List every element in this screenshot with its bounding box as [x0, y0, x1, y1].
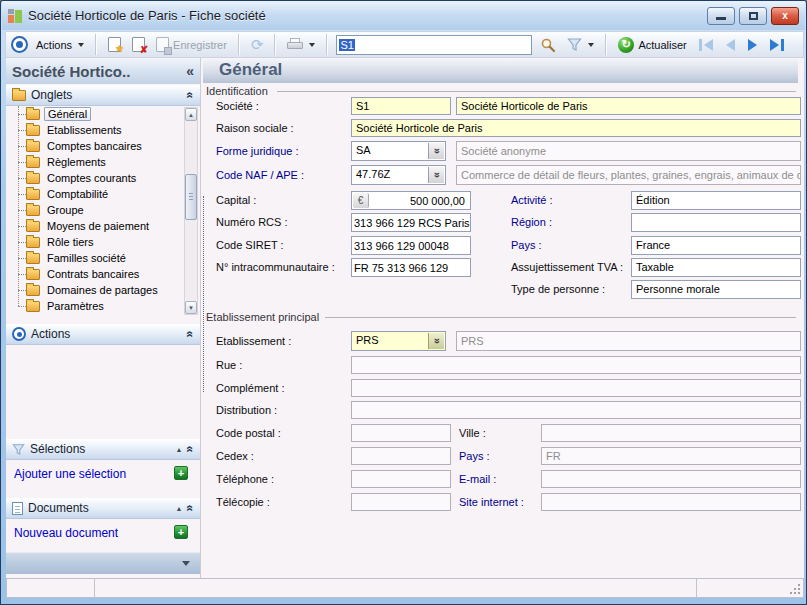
panel-header-selections[interactable]: Sélections ▲ «	[6, 439, 200, 460]
combo-dropdown-button[interactable]: «	[428, 167, 444, 183]
site-internet-label[interactable]: Site internet :	[459, 496, 524, 508]
section-drag-handle[interactable]	[6, 317, 200, 321]
collapse-panel-icon[interactable]: «	[185, 331, 197, 338]
region-field[interactable]	[631, 213, 801, 232]
new-document-plus-button[interactable]: +	[174, 525, 188, 539]
societe-name-field[interactable]: Société Horticole de Paris	[456, 97, 801, 115]
region-label[interactable]: Région :	[511, 216, 552, 228]
activite-field[interactable]: Édition	[631, 191, 801, 210]
tree-item-label: Rôle tiers	[44, 236, 96, 248]
etablissement-combo[interactable]: PRS«	[351, 331, 446, 351]
next-record-button[interactable]	[744, 37, 761, 53]
tree-item[interactable]: Paramètres	[8, 298, 184, 314]
code-naf-combo[interactable]: 47.76Z«	[351, 165, 446, 185]
tree-item[interactable]: Moyens de paiement	[8, 218, 184, 234]
search-button[interactable]	[537, 35, 559, 55]
tva-field[interactable]: Taxable	[631, 258, 801, 277]
folder-icon	[26, 109, 40, 120]
sidebar-bottom-bar[interactable]	[6, 552, 200, 574]
tree-item[interactable]: Etablissements	[8, 122, 184, 138]
maximize-button[interactable]	[739, 7, 767, 25]
tree-item[interactable]: Rôle tiers	[8, 234, 184, 250]
capital-field[interactable]: €500 000,00	[351, 191, 471, 210]
tree-item[interactable]: Comptes courants	[8, 170, 184, 186]
scroll-down-button[interactable]: ▼	[185, 301, 197, 314]
section-drag-handle[interactable]	[6, 432, 200, 436]
first-record-button[interactable]	[695, 37, 717, 53]
email-label[interactable]: E-mail :	[459, 473, 496, 485]
code-naf-label[interactable]: Code NAF / APE :	[216, 169, 304, 181]
forme-juridique-combo[interactable]: SA«	[351, 141, 446, 161]
code-siret-label: Code SIRET :	[216, 239, 284, 251]
actualiser-button[interactable]: ↻ Actualiser	[615, 35, 689, 55]
tree-item[interactable]: Comptabilité	[8, 186, 184, 202]
delete-record-button[interactable]: ✘	[129, 35, 148, 54]
collapse-sidebar-button[interactable]: «	[186, 64, 194, 78]
splitter-handle[interactable]	[203, 196, 204, 392]
rue-field[interactable]	[351, 356, 801, 374]
panel-header-actions[interactable]: Actions «	[6, 324, 200, 345]
combo-dropdown-button[interactable]: «	[428, 333, 444, 349]
tree-item[interactable]: Groupe	[8, 202, 184, 218]
raison-sociale-field[interactable]: Société Horticole de Paris	[351, 119, 801, 137]
new-record-button[interactable]: ★	[105, 35, 124, 54]
add-selection-plus-button[interactable]: +	[174, 466, 188, 480]
cedex-field[interactable]	[351, 447, 451, 465]
save-button[interactable]: Enregistrer	[153, 35, 230, 54]
numero-rcs-field[interactable]: 313 966 129 RCS Paris	[351, 213, 471, 232]
email-field[interactable]	[541, 470, 801, 488]
collapse-up-icon[interactable]: ▲	[175, 505, 182, 512]
filter-button[interactable]	[564, 35, 597, 54]
scroll-up-button[interactable]: ▲	[185, 108, 197, 121]
collapse-panel-icon[interactable]: «	[185, 92, 197, 99]
tree-item[interactable]: Général	[8, 106, 184, 122]
search-icon	[540, 37, 556, 53]
resize-grip[interactable]	[789, 583, 801, 595]
intracommunautaire-field[interactable]: FR 75 313 966 129	[351, 258, 471, 277]
ville-field[interactable]	[541, 424, 801, 442]
activite-label[interactable]: Activité :	[511, 194, 553, 206]
toolbar-separator	[326, 34, 328, 55]
collapse-panel-icon[interactable]: «	[185, 505, 197, 512]
panel-header-documents[interactable]: Documents ▲ «	[6, 498, 200, 519]
search-input[interactable]: S1	[336, 35, 532, 55]
app-window: Société Horticole de Paris - Fiche socié…	[0, 0, 807, 605]
minimize-button[interactable]	[707, 7, 735, 25]
actions-menu-button[interactable]: Actions	[33, 37, 87, 53]
pays-label[interactable]: Pays :	[511, 239, 542, 251]
tree-item[interactable]: Domaines de partages	[8, 282, 184, 298]
tree-item[interactable]: Contrats bancaires	[8, 266, 184, 282]
add-selection-link[interactable]: Ajouter une sélection	[14, 467, 126, 481]
pays-etab-field[interactable]: FR	[541, 447, 801, 465]
site-internet-field[interactable]	[541, 493, 801, 511]
pays-etab-label[interactable]: Pays :	[459, 450, 490, 462]
new-document-link[interactable]: Nouveau document	[14, 526, 118, 540]
combo-dropdown-button[interactable]: «	[428, 143, 444, 159]
code-postal-field[interactable]	[351, 424, 451, 442]
tree-scrollbar[interactable]: ▲ ▼	[184, 107, 198, 315]
forme-juridique-label[interactable]: Forme juridique :	[216, 145, 299, 157]
section-drag-handle[interactable]	[6, 491, 200, 495]
collapse-up-icon[interactable]: ▲	[175, 446, 182, 453]
refresh-button[interactable]: ⟳	[248, 35, 267, 54]
societe-code-field[interactable]: S1	[351, 97, 451, 115]
code-siret-field[interactable]: 313 966 129 00048	[351, 236, 471, 255]
cedex-label: Cedex :	[216, 450, 254, 462]
currency-button[interactable]: €	[353, 193, 369, 208]
type-personne-field[interactable]: Personne morale	[631, 280, 801, 299]
complement-field[interactable]	[351, 379, 801, 397]
telecopie-field[interactable]	[351, 493, 451, 511]
pays-field[interactable]: France	[631, 236, 801, 255]
panel-header-onglets[interactable]: Onglets «	[6, 85, 200, 106]
telephone-field[interactable]	[351, 470, 451, 488]
print-button[interactable]	[284, 36, 318, 53]
last-record-button[interactable]	[766, 37, 788, 53]
tree-item[interactable]: Comptes bancaires	[8, 138, 184, 154]
tree-item[interactable]: Règlements	[8, 154, 184, 170]
scrollbar-thumb[interactable]	[185, 174, 197, 220]
distribution-field[interactable]	[351, 401, 801, 419]
collapse-panel-icon[interactable]: «	[185, 446, 197, 453]
tree-item[interactable]: Familles société	[8, 250, 184, 266]
close-button[interactable]: x	[771, 7, 799, 25]
previous-record-button[interactable]	[722, 37, 739, 53]
